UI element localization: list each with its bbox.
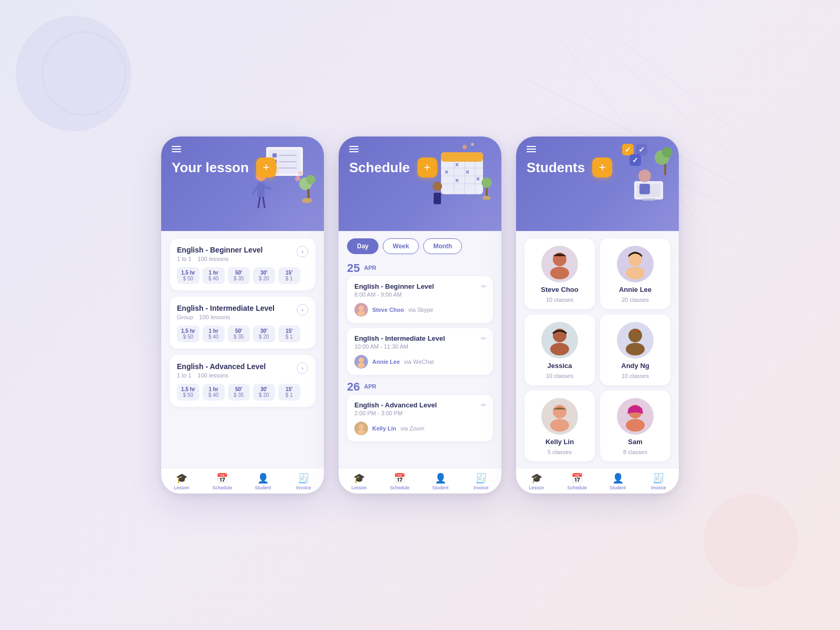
student-card-2[interactable]: Jessica 10 classes (524, 314, 595, 385)
student-avatar (354, 422, 368, 435)
svg-point-40 (481, 177, 492, 188)
student-nav-icon-3: 👤 (612, 472, 624, 484)
filter-week[interactable]: Week (383, 238, 419, 254)
lesson-card-arrow[interactable]: › (297, 304, 308, 316)
schedule-card-0-1[interactable]: ✏ English - Intermediate Level 10:00 AM … (347, 328, 493, 375)
svg-point-60 (662, 147, 673, 158)
lesson-card-arrow[interactable]: › (297, 246, 308, 257)
filter-month[interactable]: Month (423, 238, 462, 254)
price-tag: 1.5 hr $ 50 (177, 326, 200, 342)
lesson-card-2[interactable]: › English - Advanced Level 1 to 1 100 le… (170, 355, 316, 407)
nav-invoice-2[interactable]: 🧾 Invoice (461, 472, 502, 490)
lesson-card-1[interactable]: › English - Intermediate Level Group 100… (170, 297, 316, 349)
schedule-date-group-0: 25 APR ✏ English - Beginner Level 8:00 A… (347, 262, 493, 375)
nav-schedule-2[interactable]: 📅 Schedule (380, 472, 421, 490)
student-name[interactable]: Kelly Lin (372, 425, 396, 432)
lesson-card-arrow[interactable]: › (297, 362, 308, 374)
hamburger-menu[interactable] (172, 146, 181, 152)
student-card-classes: 10 classes (546, 297, 573, 303)
student-avatar-large (617, 322, 654, 359)
lesson-nav-icon-3: 🎓 (531, 472, 542, 484)
nav-lesson-3[interactable]: 🎓 Lesson (516, 472, 557, 490)
price-tag: 50' $ 35 (228, 384, 250, 401)
schedule-card-0-0[interactable]: ✏ English - Beginner Level 8:00 AM - 9:0… (347, 276, 493, 323)
bg-circle-3 (704, 494, 798, 588)
students-bottom-nav: 🎓 Lesson 📅 Schedule 👤 Student 🧾 Invoice (516, 468, 679, 494)
nav-lesson-2[interactable]: 🎓 Lesson (339, 472, 380, 490)
students-add-button[interactable]: + (592, 158, 612, 177)
student-card-0[interactable]: Steve Choo 10 classes (524, 238, 595, 309)
nav-schedule-1[interactable]: 📅 Schedule (202, 472, 243, 490)
lesson-card-0[interactable]: › English - Beginner Level 1 to 1 100 le… (170, 238, 316, 290)
price-tag: 50' $ 35 (228, 326, 250, 342)
student-avatar-large (541, 322, 578, 359)
student-card-4[interactable]: Kelly Lin 5 classes (524, 391, 595, 461)
svg-point-46 (359, 306, 364, 311)
nav-invoice-1[interactable]: 🧾 Invoice (284, 472, 324, 490)
student-card-5[interactable]: Sam 8 classes (600, 391, 670, 461)
via-text: via WeChat (404, 359, 434, 365)
student-card-1[interactable]: Annie Lee 20 classes (600, 238, 670, 309)
nav-student-3[interactable]: 👤 Student (597, 472, 638, 490)
lesson-bottom-nav: 🎓 Lesson 📅 Schedule 👤 Student 🧾 Invoice (161, 468, 324, 494)
date-month: APR (364, 265, 376, 271)
svg-point-70 (550, 343, 569, 355)
student-name[interactable]: Steve Choo (372, 307, 404, 313)
students-hamburger[interactable] (527, 146, 536, 152)
nav-student-1[interactable]: 👤 Student (243, 472, 284, 490)
edit-icon[interactable]: ✏ (481, 334, 487, 342)
nav-schedule-3[interactable]: 📅 Schedule (557, 472, 598, 490)
student-card-classes: 20 classes (622, 297, 649, 303)
edit-icon[interactable]: ✏ (481, 282, 487, 290)
students-header: ✓ ✓ ✓ Stud (516, 136, 679, 231)
schedule-nav-icon-2: 📅 (394, 472, 405, 484)
phone-schedule: × × × × × Schedule + (339, 136, 501, 494)
schedule-groups-container: 25 APR ✏ English - Beginner Level 8:00 A… (347, 262, 493, 442)
price-tag: 1.5 hr $ 50 (177, 267, 200, 284)
schedule-item-time: 10:00 AM - 11:30 AM (354, 343, 486, 350)
svg-rect-21 (307, 189, 310, 200)
svg-point-53 (358, 429, 365, 435)
via-text: via Zoom (401, 425, 424, 432)
student-name[interactable]: Annie Lee (372, 359, 400, 365)
nav-student-label: Student (255, 485, 271, 490)
lesson-add-button[interactable]: + (256, 158, 276, 177)
edit-icon[interactable]: ✏ (481, 401, 487, 409)
schedule-date-group-1: 26 APR ✏ English - Advanced Level 2:00 P… (347, 381, 493, 442)
lesson-nav-icon-2: 🎓 (353, 472, 365, 484)
nav-student-2[interactable]: 👤 Student (420, 472, 461, 490)
nav-invoice-3[interactable]: 🧾 Invoice (638, 472, 679, 490)
student-card-name: Andy Ng (621, 362, 649, 370)
lesson-card-sub: 1 to 1 100 lessons (177, 256, 308, 262)
schedule-hamburger[interactable] (349, 146, 359, 152)
schedule-item-title: English - Beginner Level (354, 282, 486, 290)
svg-point-80 (626, 419, 645, 432)
schedule-item-time: 8:00 AM - 9:00 AM (354, 291, 486, 298)
student-avatar-large (617, 246, 654, 282)
student-nav-icon-2: 👤 (435, 472, 446, 484)
nav-lesson-1[interactable]: 🎓 Lesson (161, 472, 202, 490)
schedule-date: 25 APR (347, 262, 493, 274)
student-card-name: Jessica (548, 362, 572, 370)
price-tag: 15' $ 1 (278, 326, 300, 342)
invoice-nav-icon-2: 🧾 (475, 472, 487, 484)
student-avatar-large (541, 398, 578, 435)
schedule-body: Day Week Month 25 APR ✏ English - Beginn… (339, 231, 501, 468)
schedule-nav-icon-3: 📅 (571, 472, 583, 484)
price-tag: 1.5 hr $ 50 (177, 384, 200, 401)
filter-day[interactable]: Day (347, 238, 379, 254)
price-tag: 30' $ 20 (253, 384, 275, 401)
student-avatar (354, 303, 368, 317)
lesson-header: Your lesson + (161, 136, 324, 231)
student-card-3[interactable]: Andy Ng 10 classes (600, 314, 670, 385)
bg-circle-2 (42, 32, 126, 116)
schedule-card-1-0[interactable]: ✏ English - Advanced Level 2:00 PM - 3:0… (347, 395, 493, 442)
schedule-add-button[interactable]: + (417, 158, 437, 177)
lesson-nav-icon: 🎓 (176, 472, 187, 484)
schedule-title-row: Schedule + (349, 158, 491, 177)
schedule-card-footer: Steve Choo via Skype (354, 303, 486, 317)
student-avatar (354, 355, 368, 369)
lesson-count: 100 lessons (200, 314, 230, 320)
student-card-name: Steve Choo (541, 286, 579, 293)
lesson-type: 1 to 1 (177, 256, 192, 262)
